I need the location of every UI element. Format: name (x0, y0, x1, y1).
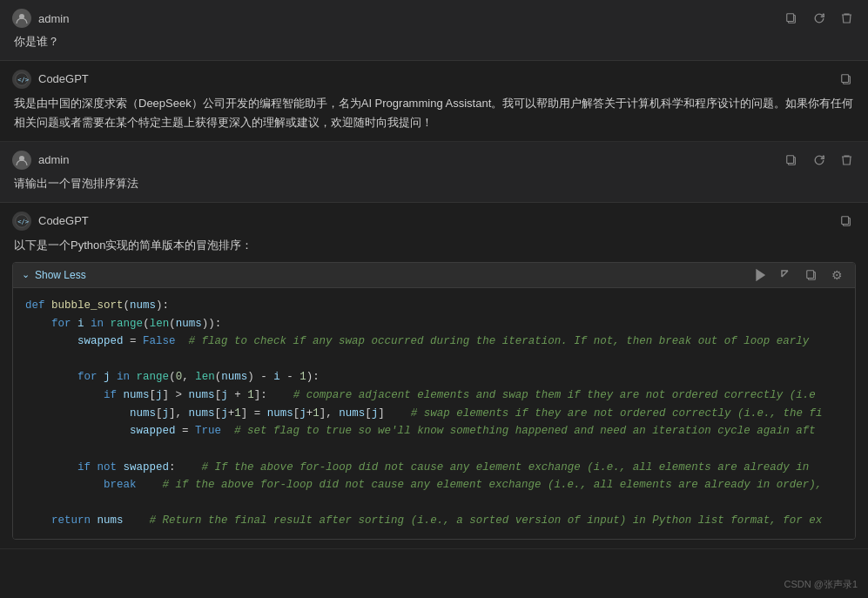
chat-container[interactable]: admin (0, 0, 868, 598)
svg-rect-6 (842, 75, 849, 83)
show-less-label: Show Less (35, 269, 86, 281)
svg-text:</>: </> (17, 76, 29, 84)
user-message-2: admin (0, 142, 868, 203)
refresh-button-1[interactable] (810, 10, 829, 26)
user-name-1: admin (38, 12, 69, 25)
code-toolbar[interactable]: ⌄ Show Less (13, 263, 855, 288)
assistant-name-2: CodeGPT (38, 214, 89, 227)
assistant-message-2: </> CodeGPT 以下是一个Python实现的简单版本的冒泡排序： ⌄ (0, 203, 868, 549)
svg-rect-2 (787, 14, 794, 22)
code-content: def bubble_sort(nums): for i in range(le… (13, 288, 855, 539)
svg-rect-16 (807, 271, 814, 279)
delete-button-2[interactable] (838, 152, 856, 168)
user-content-2: 请输出一个冒泡排序算法 (12, 175, 856, 193)
svg-text:</>: </> (17, 218, 29, 225)
user-avatar-2 (12, 151, 31, 170)
show-less-toggle[interactable]: ⌄ Show Less (22, 269, 86, 281)
user-name-2: admin (38, 153, 69, 166)
collapse-button[interactable] (777, 267, 795, 282)
assistant-content-1: 我是由中国的深度求索（DeepSeek）公司开发的编程智能助手，名为AI Pro… (12, 94, 856, 132)
svg-rect-9 (787, 156, 794, 164)
assistant-message-1: </> CodeGPT 我是由中国的深度求索（DeepSeek）公司开发的编程智… (0, 61, 868, 142)
refresh-button-2[interactable] (810, 152, 829, 168)
assistant-name-1: CodeGPT (38, 72, 89, 85)
assistant-header-1: </> CodeGPT (12, 70, 856, 89)
flash-button[interactable] (751, 267, 770, 283)
user-content-1: 你是谁？ (12, 33, 856, 51)
assistant-header-left-2: </> CodeGPT (12, 212, 89, 231)
copy-button-1[interactable] (782, 10, 801, 26)
user-header-icons-2 (782, 152, 856, 168)
delete-button-1[interactable] (838, 10, 856, 26)
user-header-left-2: admin (12, 151, 69, 170)
settings-code-button[interactable]: ⚙ (828, 266, 846, 284)
user-header-icons-1 (782, 10, 856, 26)
svg-marker-14 (757, 270, 764, 280)
user-header-2: admin (12, 151, 856, 170)
codegpt-logo-2: </> (12, 212, 31, 231)
copy-button-2[interactable] (782, 152, 801, 168)
assistant-content-2: 以下是一个Python实现的简单版本的冒泡排序： (12, 236, 856, 255)
user-header-1: admin (12, 9, 856, 28)
assistant-copy-icon-2 (837, 213, 856, 229)
code-toolbar-right: ⚙ (751, 266, 846, 284)
codegpt-logo-1: </> (12, 70, 31, 89)
watermark: CSDN @张声录1 (784, 578, 858, 591)
user-avatar-1 (12, 9, 31, 28)
svg-rect-13 (842, 217, 849, 225)
user-header-left-1: admin (12, 9, 69, 28)
user-message-1: admin (0, 0, 868, 61)
copy-code-button[interactable] (802, 267, 821, 283)
code-block: ⌄ Show Less (12, 262, 856, 540)
chevron-icon: ⌄ (22, 269, 30, 280)
copy-assistant-1[interactable] (837, 71, 856, 87)
assistant-header-2: </> CodeGPT (12, 212, 856, 231)
assistant-copy-icon-1 (837, 71, 856, 87)
copy-assistant-2[interactable] (837, 213, 856, 229)
assistant-header-left-1: </> CodeGPT (12, 70, 89, 89)
